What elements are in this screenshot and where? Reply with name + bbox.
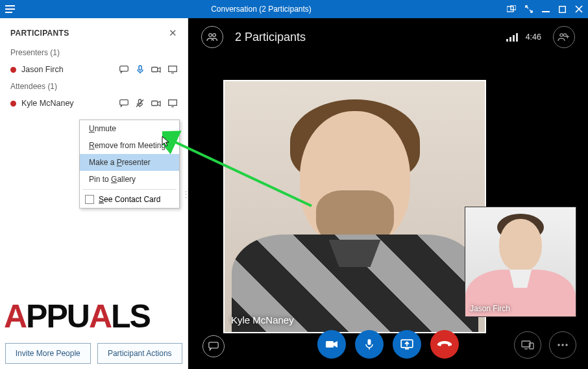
- contact-card-icon: [85, 195, 94, 204]
- svg-point-19: [563, 34, 566, 36]
- svg-rect-15: [168, 100, 177, 106]
- attendees-group-label: Attendees (1): [0, 78, 188, 95]
- presenters-group-label: Presenters (1): [0, 44, 188, 61]
- mic-muted-icon[interactable]: [135, 99, 145, 108]
- svg-rect-14: [152, 101, 158, 105]
- camera-icon[interactable]: [151, 65, 161, 75]
- panel-resize-handle[interactable]: ⋮: [182, 189, 189, 199]
- participants-panel-title: PARTICIPANTS: [10, 29, 69, 38]
- window-title: Conversation (2 Participants): [16, 5, 507, 14]
- video-tile-name: Kyle McNaney: [231, 314, 294, 325]
- signal-icon: [506, 33, 518, 42]
- im-icon[interactable]: [119, 99, 129, 108]
- pop-in-icon[interactable]: [507, 5, 516, 13]
- video-toggle-button[interactable]: [317, 330, 346, 359]
- participant-controls: [119, 99, 177, 108]
- menu-make-presenter[interactable]: Make a Presenter: [80, 154, 179, 171]
- svg-rect-10: [168, 66, 177, 72]
- participant-context-menu: Unmute Remove from Meeting Make a Presen…: [79, 120, 180, 209]
- im-icon[interactable]: [119, 65, 129, 75]
- video-placeholder: [465, 207, 576, 316]
- participants-count: 2 Participants: [235, 31, 495, 44]
- video-placeholder: [225, 81, 485, 332]
- main-video-tile[interactable]: Kyle McNaney: [223, 80, 486, 333]
- participant-name: Kyle McNaney: [21, 99, 119, 108]
- participants-panel: PARTICIPANTS ✕ Presenters (1) Jason Firc…: [0, 18, 188, 369]
- menu-pin-gallery[interactable]: Pin to Gallery: [80, 171, 179, 188]
- sidebar-footer: Invite More People Participant Actions: [0, 338, 188, 369]
- more-options-button[interactable]: [549, 331, 576, 359]
- svg-rect-22: [368, 339, 371, 345]
- close-icon[interactable]: [575, 5, 583, 13]
- pip-video-tile[interactable]: Jason Firch: [465, 207, 576, 317]
- svg-rect-8: [139, 66, 141, 70]
- status-dot-icon: [10, 67, 16, 73]
- menu-icon[interactable]: [5, 5, 16, 13]
- svg-point-18: [560, 34, 563, 36]
- close-panel-icon[interactable]: ✕: [169, 27, 177, 39]
- right-controls: [514, 331, 576, 359]
- participant-controls: [119, 65, 177, 75]
- screen-icon[interactable]: [167, 99, 177, 108]
- svg-rect-20: [209, 342, 218, 348]
- svg-rect-5: [542, 11, 550, 12]
- svg-point-16: [209, 34, 212, 37]
- svg-point-28: [561, 344, 563, 346]
- svg-rect-1: [5, 8, 15, 10]
- chat-button[interactable]: [202, 335, 225, 357]
- camera-icon[interactable]: [151, 99, 161, 108]
- menu-remove[interactable]: Remove from Meeting: [80, 137, 179, 154]
- status-dot-icon: [10, 101, 16, 107]
- devices-button[interactable]: [514, 331, 541, 359]
- maximize-icon[interactable]: [559, 6, 566, 13]
- svg-rect-0: [5, 5, 15, 6]
- mic-icon[interactable]: [135, 65, 145, 75]
- svg-rect-2: [5, 12, 12, 13]
- svg-rect-6: [559, 6, 566, 12]
- participant-actions-button[interactable]: Participant Actions: [97, 343, 183, 364]
- screen-icon[interactable]: [167, 65, 177, 75]
- svg-point-29: [565, 344, 567, 346]
- svg-point-17: [213, 34, 216, 37]
- svg-rect-3: [507, 6, 513, 12]
- mic-toggle-button[interactable]: [355, 330, 384, 359]
- attendee-row[interactable]: Kyle McNaney: [0, 95, 188, 112]
- presenter-row[interactable]: Jason Firch: [0, 61, 188, 78]
- video-topbar: 2 Participants 4:46: [188, 18, 588, 56]
- menu-unmute[interactable]: Unmute: [80, 120, 179, 137]
- add-participant-button[interactable]: [553, 26, 575, 48]
- window-titlebar: Conversation (2 Participants): [0, 0, 588, 18]
- menu-separator: [82, 189, 177, 190]
- svg-rect-7: [119, 66, 128, 71]
- invite-people-button[interactable]: Invite More People: [5, 343, 91, 364]
- video-tile-name: Jason Firch: [470, 304, 510, 313]
- svg-rect-9: [152, 67, 158, 71]
- svg-point-27: [557, 344, 559, 346]
- menu-contact-card[interactable]: See Contact Card: [80, 191, 179, 208]
- participant-name: Jason Firch: [21, 65, 119, 74]
- minimize-icon[interactable]: [542, 5, 550, 13]
- video-stage: 2 Participants 4:46 Kyle McNaney: [188, 18, 588, 369]
- share-screen-button[interactable]: [393, 330, 421, 359]
- hangup-button[interactable]: [430, 330, 459, 359]
- svg-rect-23: [369, 348, 370, 350]
- fullscreen-icon[interactable]: [525, 5, 533, 13]
- call-duration: 4:46: [526, 32, 541, 42]
- svg-rect-11: [119, 100, 128, 105]
- participants-icon[interactable]: [201, 26, 223, 48]
- svg-rect-21: [326, 341, 334, 348]
- call-controls: [317, 330, 459, 359]
